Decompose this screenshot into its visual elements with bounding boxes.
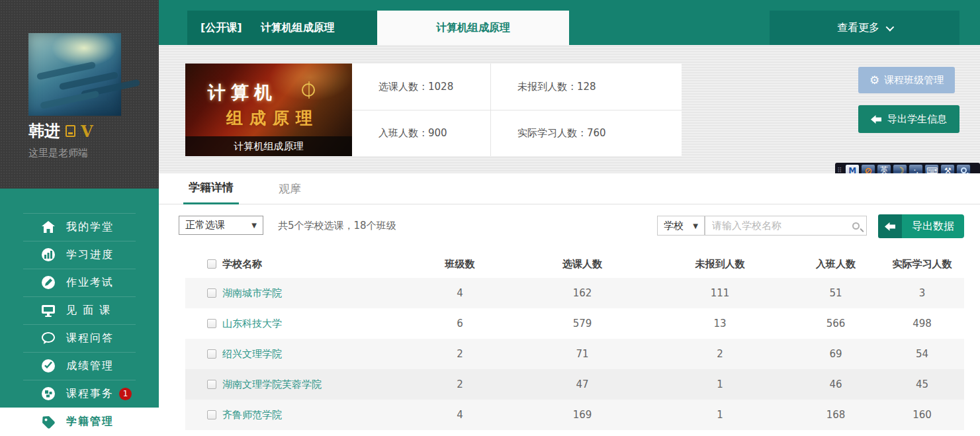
course-stat: 入班人数：900 bbox=[352, 110, 490, 156]
school-name-link[interactable]: 湖南文理学院芙蓉学院 bbox=[222, 378, 322, 391]
sidebar-item-qa-chat[interactable]: 课程问答 bbox=[0, 324, 159, 352]
tab-observe[interactable]: 观摩 bbox=[279, 173, 301, 204]
caret-down-icon: ▼ bbox=[251, 222, 257, 229]
sidebar-item-progress-chart[interactable]: 学习进度 bbox=[0, 241, 159, 269]
stat-cell: 566 bbox=[791, 308, 880, 339]
school-row: 绍兴文理学院27126954 bbox=[185, 339, 964, 369]
app-screen: 韩进 V 这里是老师端 我的学堂学习进度作业考试见 面 课课程问答成绩管理课程事… bbox=[0, 0, 980, 436]
column-header: 未报到人数 bbox=[648, 250, 791, 278]
main-area: [公开课] 计算机组成原理 计算机组成原理 查看更多 计算机 组成原理 计算机组… bbox=[159, 0, 980, 436]
course-thumb-title-line1: 计算机 bbox=[208, 81, 277, 105]
school-row: 湖南文理学院芙蓉学院24714645 bbox=[185, 369, 964, 400]
caret-down-icon: ▼ bbox=[693, 222, 698, 230]
stat-cell: 13 bbox=[648, 308, 791, 339]
meeting-screen-icon bbox=[41, 303, 56, 318]
stat-cell: 169 bbox=[516, 400, 648, 430]
tab-public-course[interactable]: [公开课] 计算机组成原理 bbox=[187, 11, 377, 45]
sidebar-item-homework-pen[interactable]: 作业考试 bbox=[0, 269, 159, 296]
column-header-label: 学校名称 bbox=[222, 258, 262, 271]
search-type-value: 学校 bbox=[664, 220, 684, 232]
stat-cell: 168 bbox=[791, 400, 880, 430]
column-header: 班级数 bbox=[404, 250, 516, 278]
sidebar-item-home[interactable]: 我的学堂 bbox=[0, 213, 159, 241]
filter-row: 正常选课 ▼ 共5个学校选课，18个班级 学校 ▼ 导出数据 bbox=[159, 204, 980, 250]
stat-cell: 1 bbox=[648, 400, 791, 430]
school-name-link[interactable]: 山东科技大学 bbox=[222, 318, 282, 330]
sidebar-item-label: 见 面 课 bbox=[66, 304, 111, 318]
course-stat: 未报到人数：128 bbox=[490, 64, 682, 110]
sidebar-item-label: 我的学堂 bbox=[66, 220, 114, 234]
row-checkbox[interactable] bbox=[207, 319, 216, 328]
crosshair-icon bbox=[302, 83, 315, 97]
avatar[interactable] bbox=[28, 33, 121, 116]
stat-cell: 498 bbox=[880, 308, 964, 339]
tab-current-course-title: 计算机组成原理 bbox=[436, 21, 510, 35]
stat-cell: 69 bbox=[791, 339, 880, 369]
sidebar-item-label: 成绩管理 bbox=[66, 359, 114, 373]
course-thumb-caption: 计算机组成原理 bbox=[185, 136, 352, 156]
stat-cell: 160 bbox=[880, 400, 964, 430]
search-icon[interactable] bbox=[852, 222, 860, 230]
view-more-label: 查看更多 bbox=[837, 21, 879, 35]
column-header: 入班人数 bbox=[791, 250, 880, 278]
school-table: 学校名称班级数选课人数未报到人数入班人数实际学习人数 湖南城市学院4162111… bbox=[185, 250, 964, 430]
stat-cell: 2 bbox=[648, 339, 791, 369]
sidebar: 韩进 V 这里是老师端 我的学堂学习进度作业考试见 面 课课程问答成绩管理课程事… bbox=[0, 0, 159, 436]
user-subtitle: 这里是老师端 bbox=[28, 147, 88, 159]
topbar: [公开课] 计算机组成原理 计算机组成原理 查看更多 bbox=[159, 0, 980, 45]
enroll-status-value: 正常选课 bbox=[185, 219, 225, 232]
member-card-icon bbox=[66, 125, 75, 137]
home-icon bbox=[41, 220, 56, 234]
stat-cell: 579 bbox=[516, 308, 648, 339]
select-all-checkbox[interactable] bbox=[207, 259, 216, 269]
stat-cell: 4 bbox=[404, 400, 516, 430]
stat-cell: 2 bbox=[404, 339, 516, 369]
stat-cell: 71 bbox=[516, 339, 648, 369]
school-row: 湖南城市学院4162111513 bbox=[185, 278, 964, 308]
export-data-label: 导出数据 bbox=[902, 214, 964, 238]
course-info-card: 计算机 组成原理 计算机组成原理 选课人数：1028未报到人数：128入班人数：… bbox=[185, 64, 682, 156]
enroll-status-select[interactable]: 正常选课 ▼ bbox=[179, 216, 263, 235]
school-row: 齐鲁师范学院41691168160 bbox=[185, 400, 964, 430]
tab-roster-detail[interactable]: 学籍详情 bbox=[183, 173, 239, 204]
sidebar-item-label: 作业考试 bbox=[66, 276, 114, 290]
school-name-link[interactable]: 绍兴文理学院 bbox=[222, 348, 282, 361]
affairs-grid-icon bbox=[41, 386, 56, 401]
stat-cell: 47 bbox=[516, 369, 648, 400]
view-more-button[interactable]: 查看更多 bbox=[770, 11, 959, 45]
sidebar-item-grade-check[interactable]: 成绩管理 bbox=[0, 352, 159, 380]
row-checkbox[interactable] bbox=[207, 349, 216, 359]
sidebar-item-affairs-grid[interactable]: 课程事务1 bbox=[0, 380, 159, 408]
progress-chart-icon bbox=[41, 247, 56, 262]
school-search-input[interactable] bbox=[712, 220, 852, 232]
sidebar-item-roster-tag[interactable]: 学籍管理 bbox=[0, 408, 159, 436]
filter-summary: 共5个学校选课，18个班级 bbox=[278, 204, 396, 247]
school-search-box bbox=[705, 216, 867, 236]
sidebar-item-meeting-screen[interactable]: 见 面 课 bbox=[0, 296, 159, 324]
tab-current-course[interactable]: 计算机组成原理 bbox=[377, 11, 569, 45]
vip-v-icon: V bbox=[81, 122, 93, 141]
tab-public-course-title: 计算机组成原理 bbox=[261, 21, 335, 35]
school-name-link[interactable]: 齐鲁师范学院 bbox=[222, 409, 282, 421]
qa-chat-icon bbox=[41, 331, 56, 345]
school-name-link[interactable]: 湖南城市学院 bbox=[222, 287, 282, 300]
row-checkbox[interactable] bbox=[207, 288, 216, 298]
row-checkbox[interactable] bbox=[207, 380, 216, 389]
roster-tag-icon bbox=[41, 415, 56, 429]
notification-badge: 1 bbox=[119, 388, 132, 400]
stat-cell: 51 bbox=[791, 278, 880, 308]
export-students-button[interactable]: 导出学生信息 bbox=[858, 105, 959, 133]
course-stat: 选课人数：1028 bbox=[352, 64, 490, 110]
row-checkbox[interactable] bbox=[207, 410, 216, 419]
sidebar-menu: 我的学堂学习进度作业考试见 面 课课程问答成绩管理课程事务1学籍管理 bbox=[0, 189, 159, 436]
user-name: 韩进 bbox=[28, 120, 60, 142]
course-thumbnail[interactable]: 计算机 组成原理 计算机组成原理 bbox=[185, 64, 352, 156]
export-data-button[interactable]: 导出数据 bbox=[878, 214, 964, 238]
chevron-down-icon bbox=[886, 22, 895, 31]
column-header: 实际学习人数 bbox=[880, 250, 964, 278]
gear-icon: ⚙ bbox=[869, 73, 879, 87]
search-type-select[interactable]: 学校 ▼ bbox=[657, 216, 705, 236]
stat-cell: 54 bbox=[880, 339, 964, 369]
class-manage-button[interactable]: ⚙ 课程班级管理 bbox=[858, 67, 955, 93]
column-header: 选课人数 bbox=[516, 250, 648, 278]
